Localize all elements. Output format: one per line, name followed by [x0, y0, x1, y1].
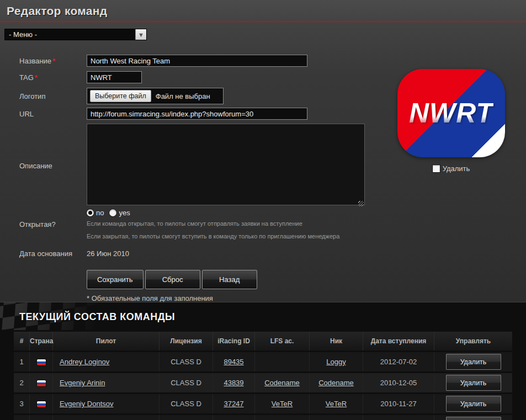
joined-date: 2012-07-02	[363, 352, 434, 371]
team-editor-page: { "page": { "title": "Редактор команд", …	[0, 0, 526, 420]
description-resize-handle[interactable]	[87, 124, 365, 208]
nick-link[interactable]: VeTeR	[326, 400, 347, 408]
roster-header-row: # Страна Пилот Лицензия iRacing ID LFS a…	[14, 332, 512, 350]
table-row: 3 Evgeniy Dontsov CLASS D 37247 VeTeR Ve…	[14, 394, 512, 413]
form-buttons: Сохранить Сброс Назад	[87, 270, 526, 289]
iracing-id-link[interactable]: 43839	[224, 379, 243, 387]
row-num: 2	[14, 373, 29, 392]
col-lfs: LFS ac.	[254, 332, 309, 350]
row-num: 1	[14, 352, 29, 371]
license-value: CLASS D	[159, 373, 212, 392]
name-input[interactable]	[87, 55, 307, 67]
iracing-id-link[interactable]: 37247	[224, 400, 243, 408]
description-label: Описание	[19, 162, 52, 170]
col-manage: Управлять	[434, 332, 512, 350]
description-input[interactable]	[87, 124, 365, 205]
required-mark: *	[35, 73, 38, 82]
remove-member-button[interactable]: Удалить	[446, 396, 501, 412]
joined-date: 2010-11-27	[363, 394, 434, 413]
ru-flag-icon	[37, 359, 46, 365]
roster-title-band: ТЕКУЩИЙ СОСТАВ КОМАНДЫ	[0, 302, 526, 330]
open-row: Открытая? no yes Если команда открытая, …	[19, 209, 526, 241]
team-logo-text: NWRT	[409, 97, 493, 129]
open-label: Открытая?	[19, 220, 56, 228]
delete-logo-label: Удалить	[443, 164, 470, 173]
col-iracing-id: iRacing ID	[212, 332, 254, 350]
remove-member-button[interactable]: Удалить	[446, 417, 501, 420]
remove-member-button[interactable]: Удалить	[446, 375, 501, 391]
col-pilot: Пилот	[52, 332, 159, 350]
logo-file-input[interactable]: Выберите файл Файл не выбран	[87, 88, 224, 104]
file-status: Файл не выбран	[156, 92, 210, 100]
menu-select-value: - Меню -	[5, 29, 135, 40]
save-button[interactable]: Сохранить	[87, 270, 144, 289]
remove-member-button[interactable]: Удалить	[446, 354, 501, 370]
nick-link[interactable]: Loggy	[326, 358, 346, 366]
lfs-link[interactable]: Codename	[264, 379, 300, 387]
delete-logo-line: Удалить	[397, 164, 505, 173]
url-label: URL	[19, 110, 34, 118]
radio-no-label: no	[96, 209, 104, 217]
ru-flag-icon	[37, 380, 46, 386]
table-row: 1 Andrey Loginov CLASS D 89435 Loggy 201…	[14, 352, 512, 371]
required-mark: *	[52, 57, 55, 65]
license-value: CLASS D	[159, 394, 212, 413]
name-row: Название*	[19, 55, 526, 67]
roster-table: # Страна Пилот Лицензия iRacing ID LFS a…	[14, 330, 512, 420]
page-title: Редактор команд	[7, 4, 519, 18]
founded-row: Дата основания 26 Июн 2010	[19, 247, 526, 258]
menu-row: - Меню - ▼	[0, 22, 526, 40]
url-input[interactable]	[87, 108, 307, 120]
open-radio-group: no yes	[87, 209, 339, 217]
tag-input[interactable]	[87, 71, 142, 83]
pilot-link[interactable]: Andrey Loginov	[60, 358, 109, 366]
radio-no[interactable]	[87, 209, 94, 216]
roster-title: ТЕКУЩИЙ СОСТАВ КОМАНДЫ	[0, 302, 526, 330]
delete-logo-checkbox[interactable]	[433, 165, 440, 172]
logo-label: Логотип	[19, 92, 45, 100]
menu-select[interactable]: - Меню - ▼	[4, 29, 147, 40]
chevron-down-icon: ▼	[135, 29, 146, 40]
logo-preview-column: NWRT Удалить	[397, 69, 505, 173]
page-header: Редактор команд	[0, 0, 526, 22]
joined-date: 2010-12-05	[363, 373, 434, 392]
pilot-link[interactable]: Evgeniy Arinin	[60, 379, 105, 387]
pilot-link[interactable]: Evgeniy Dontsov	[60, 400, 114, 408]
row-num: 3	[14, 394, 29, 413]
col-nick: Ник	[309, 332, 363, 350]
founded-value: 26 Июн 2010	[87, 247, 129, 258]
roster-section: ТЕКУЩИЙ СОСТАВ КОМАНДЫ # Страна Пилот Ли…	[0, 302, 526, 420]
choose-file-button[interactable]: Выберите файл	[90, 90, 151, 102]
founded-label: Дата основания	[19, 249, 72, 258]
required-fields-note: * Обязательные поля для заполнения	[87, 294, 526, 302]
col-license: Лицензия	[159, 332, 212, 350]
table-row: 2 Evgeniy Arinin CLASS D 43839 Codename …	[14, 373, 512, 392]
radio-yes-label: yes	[119, 209, 130, 217]
tag-label: TAG	[19, 73, 34, 82]
radio-yes[interactable]	[109, 209, 116, 216]
license-value: CLASS D	[159, 352, 212, 371]
team-logo-image: NWRT	[397, 69, 505, 157]
table-row-partial: Удалить	[14, 415, 512, 420]
open-help-2: Если закрытая, то пилоты смогут вступить…	[87, 232, 339, 241]
col-num: #	[14, 332, 29, 350]
iracing-id-link[interactable]: 89435	[224, 358, 243, 366]
lfs-link[interactable]: VeTeR	[272, 400, 293, 408]
col-country: Страна	[29, 332, 52, 350]
open-help-1: Если команда открытая, то пилоты смогут …	[87, 219, 339, 228]
nick-link[interactable]: Codename	[318, 379, 354, 387]
col-joined: Дата вступления	[363, 332, 434, 350]
name-label: Название	[19, 57, 51, 65]
reset-button[interactable]: Сброс	[145, 270, 200, 289]
ru-flag-icon	[37, 401, 46, 407]
back-button[interactable]: Назад	[202, 270, 257, 289]
